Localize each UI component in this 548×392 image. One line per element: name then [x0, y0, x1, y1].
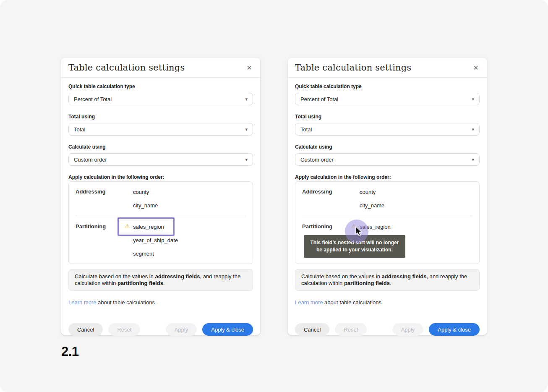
- dialog-footer: Cancel Reset Apply Apply & close: [295, 323, 480, 336]
- cancel-button[interactable]: Cancel: [295, 323, 329, 336]
- dialog-header: Table calculation settings ×: [61, 58, 260, 78]
- table-calculation-dialog-left: Table calculation settings × Quick table…: [61, 58, 260, 335]
- info-bold-addressing: addressing fields: [382, 273, 427, 280]
- field-item-label: city_name: [133, 202, 158, 209]
- field-item-label: county: [360, 189, 376, 195]
- dialog-header: Table calculation settings ×: [288, 58, 487, 78]
- caret-down-icon: ▾: [472, 127, 474, 132]
- caret-down-icon: ▾: [472, 97, 474, 102]
- select-value: Custom order: [300, 157, 334, 163]
- group-divider: [302, 216, 472, 216]
- field-item-county[interactable]: county: [360, 185, 472, 199]
- order-section-label: Apply calculation in the following order…: [68, 174, 253, 180]
- apply-button[interactable]: Apply: [392, 323, 424, 336]
- quick-calc-type-select[interactable]: Percent of Total ▾: [68, 93, 253, 105]
- total-using-select[interactable]: Total ▾: [68, 123, 253, 136]
- calculate-using-select[interactable]: Custom order ▾: [68, 153, 253, 166]
- caret-down-icon: ▾: [472, 157, 474, 162]
- info-bold-partitioning: partitioning fields: [117, 280, 163, 286]
- select-value: Percent of Total: [300, 96, 338, 102]
- calculation-info-box: Calculate based on the values in address…: [68, 269, 253, 291]
- field-item-city-name[interactable]: city_name: [133, 199, 246, 212]
- reset-button[interactable]: Reset: [335, 323, 367, 336]
- field-item-label: segment: [133, 251, 154, 257]
- select-value: Total: [300, 126, 312, 133]
- dialog-title: Table calculation settings: [68, 63, 185, 73]
- calculate-using-label: Calculate using: [295, 144, 480, 150]
- calculate-using-label: Calculate using: [68, 144, 253, 150]
- quick-calc-type-select[interactable]: Percent of Total ▾: [295, 93, 480, 105]
- apply-close-button[interactable]: Apply & close: [202, 323, 253, 336]
- info-bold-addressing: addressing fields: [155, 273, 200, 280]
- warning-icon: ⚠: [125, 223, 130, 229]
- close-icon[interactable]: ×: [473, 63, 478, 72]
- figure-caption: 2.1: [61, 344, 79, 359]
- order-section-label: Apply calculation in the following order…: [295, 174, 480, 180]
- dialog-title: Table calculation settings: [295, 63, 411, 73]
- calculation-info-box: Calculate based on the values in address…: [295, 269, 480, 291]
- apply-button[interactable]: Apply: [166, 323, 197, 336]
- page-background: Table calculation settings × Quick table…: [0, 0, 548, 392]
- select-value: Custom order: [74, 157, 107, 163]
- field-item-label: sales_region: [133, 224, 164, 230]
- quick-calc-type-label: Quick table calculation type: [295, 84, 480, 90]
- total-using-label: Total using: [295, 114, 480, 120]
- field-item-city-name[interactable]: city_name: [360, 199, 472, 212]
- field-item-label: city_name: [360, 202, 384, 209]
- field-item-segment[interactable]: segment: [133, 247, 246, 260]
- quick-calc-type-label: Quick table calculation type: [68, 84, 253, 90]
- info-text: .: [163, 280, 165, 286]
- field-item-sales-region[interactable]: ⚠ sales_region This field’s nested sort …: [360, 220, 472, 233]
- field-item-year-of-ship-date[interactable]: year_of_ship_date: [133, 233, 246, 247]
- learn-more-link[interactable]: Learn more: [68, 299, 96, 306]
- select-value: Percent of Total: [74, 96, 112, 102]
- field-order-box: Addressing county city_name Partitioning: [295, 181, 480, 264]
- learn-more-rest: about table calculations: [96, 299, 154, 306]
- cancel-button[interactable]: Cancel: [68, 323, 103, 336]
- info-bold-partitioning: partitioning fields: [344, 280, 390, 286]
- table-calculation-dialog-right: Table calculation settings × Quick table…: [288, 58, 487, 335]
- close-icon[interactable]: ×: [247, 63, 252, 72]
- total-using-select[interactable]: Total ▾: [295, 123, 480, 136]
- info-text: Calculate based on the values in: [75, 273, 155, 280]
- caret-down-icon: ▾: [245, 157, 248, 162]
- learn-more-rest: about table calculations: [323, 299, 381, 306]
- select-value: Total: [74, 126, 85, 133]
- field-item-label: year_of_ship_date: [133, 237, 178, 243]
- field-item-label: sales_region: [360, 224, 391, 230]
- caret-down-icon: ▾: [245, 127, 248, 132]
- group-name-addressing: Addressing: [302, 185, 360, 212]
- info-text: .: [390, 280, 391, 286]
- learn-more-row: Learn more about table calculations: [68, 299, 253, 306]
- group-name-addressing: Addressing: [76, 185, 133, 212]
- info-text: Calculate based on the values in: [301, 273, 382, 280]
- calculate-using-select[interactable]: Custom order ▾: [295, 153, 480, 166]
- warning-icon: ⚠: [351, 223, 357, 229]
- apply-close-button[interactable]: Apply & close: [429, 323, 480, 336]
- dialog-footer: Cancel Reset Apply Apply & close: [68, 323, 253, 336]
- nested-sort-tooltip: This field’s nested sort will no longer …: [304, 235, 405, 258]
- reset-button[interactable]: Reset: [108, 323, 140, 336]
- group-divider: [76, 216, 246, 216]
- field-item-label: county: [133, 189, 149, 195]
- caret-down-icon: ▾: [245, 97, 248, 102]
- learn-more-link[interactable]: Learn more: [295, 299, 323, 306]
- field-order-box: Addressing county city_name Partitioning: [68, 181, 253, 264]
- learn-more-row: Learn more about table calculations: [295, 299, 480, 306]
- field-item-county[interactable]: county: [133, 185, 246, 199]
- total-using-label: Total using: [68, 114, 253, 120]
- field-item-sales-region[interactable]: ⚠ sales_region: [133, 220, 246, 233]
